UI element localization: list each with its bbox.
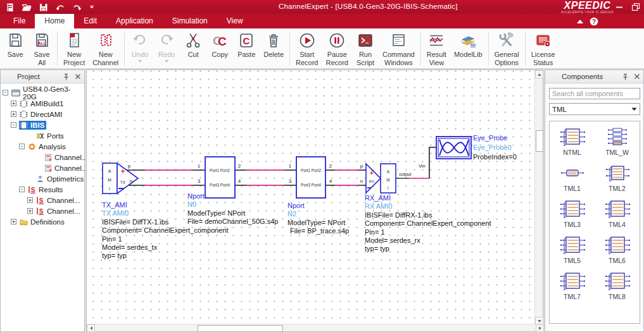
undo-dropdown-icon[interactable] <box>138 60 142 63</box>
copy-button[interactable]: CC Copy <box>206 30 233 68</box>
component-tml4[interactable]: TML4 <box>595 199 640 235</box>
tree-item-analysis[interactable]: - Analysis <box>1 141 84 152</box>
license-status-button[interactable]: License Status <box>527 30 559 68</box>
schematic-canvas[interactable]: A M I + TX Port1 Port2 Port3 Port4 Port1… <box>86 70 543 332</box>
vertical-scroll-thumb[interactable] <box>536 130 543 152</box>
probe-name[interactable]: Eye_Probe <box>473 133 517 143</box>
save-icon[interactable] <box>39 3 48 12</box>
restore-button[interactable] <box>628 0 644 14</box>
open-folder-icon[interactable] <box>22 3 32 12</box>
component-category-dropdown[interactable]: TML <box>549 103 640 115</box>
nport-n2-symbol[interactable]: Port1 Port2 Port3 Port4 <box>296 157 325 198</box>
scroll-left-button[interactable] <box>87 324 95 332</box>
qat-dropdown-icon[interactable] <box>89 5 94 9</box>
menu-simulation[interactable]: Simulation <box>163 14 217 28</box>
tree-expander[interactable]: + <box>11 219 16 224</box>
tx-ami-symbol[interactable]: A M I + TX <box>103 163 138 194</box>
cut-button[interactable]: Cut <box>180 30 206 68</box>
tree-item-optimetrics[interactable]: Optimetrics <box>1 173 84 184</box>
tree-item-ports[interactable]: Ports <box>1 130 84 141</box>
close-icon[interactable] <box>634 73 640 80</box>
save-all-button[interactable]: ALL Save All <box>28 30 55 68</box>
close-icon[interactable] <box>75 73 81 80</box>
canvas-vertical-scrollbar[interactable] <box>534 70 543 325</box>
scroll-right-button[interactable] <box>536 324 544 332</box>
tree-expander[interactable] <box>27 176 33 181</box>
component-tml1[interactable]: TML1 <box>550 163 595 199</box>
horizontal-scroll-thumb[interactable] <box>198 325 283 332</box>
n0-name[interactable]: Nport <box>187 192 278 200</box>
collapse-ribbon-icon[interactable] <box>577 20 583 24</box>
redo-button[interactable]: Redo <box>153 30 180 68</box>
general-options-button[interactable]: General Options <box>491 30 523 68</box>
pause-record-button[interactable]: Pause Record <box>322 30 352 68</box>
tree-expander[interactable]: + <box>27 208 33 214</box>
modellib-button[interactable]: ModelLib <box>450 30 486 68</box>
tree-expander[interactable]: + <box>11 101 16 106</box>
tree-expander[interactable]: + <box>27 197 33 203</box>
tree-item-definitions[interactable]: + Definitions <box>1 216 84 227</box>
tree-item-results-channel-1[interactable]: + S Channel... <box>1 195 84 206</box>
tree-expander[interactable]: - <box>11 122 16 128</box>
tree-item-directami[interactable]: + DirectAMI <box>1 109 84 120</box>
component-tml6[interactable]: TML6 <box>595 235 640 271</box>
save-button[interactable]: Save <box>2 30 28 68</box>
rx-name[interactable]: RX_AMI <box>365 194 491 202</box>
n2-instance[interactable]: N2 <box>287 210 349 218</box>
result-view-button[interactable]: Result View <box>423 30 450 68</box>
tree-expander[interactable]: - <box>3 90 8 95</box>
command-windows-button[interactable]: Command Windows <box>379 30 419 68</box>
tree-expander[interactable] <box>27 133 33 138</box>
scroll-up-button[interactable] <box>535 70 543 78</box>
redo-icon[interactable] <box>72 3 82 12</box>
tree-item-ibis[interactable]: - IBIS <box>1 120 84 130</box>
tree-expander[interactable] <box>35 165 41 171</box>
tx-param: Pin= 1 <box>102 235 229 243</box>
undo-icon[interactable] <box>55 3 65 12</box>
menu-edit[interactable]: Edit <box>74 14 106 28</box>
component-ntml[interactable]: NTML <box>550 126 595 163</box>
tree-expander[interactable]: - <box>19 144 25 149</box>
component-tml2[interactable]: TML2 <box>595 163 640 199</box>
menu-home[interactable]: Home <box>35 14 74 28</box>
rx-instance[interactable]: RX AMI0 <box>365 202 491 211</box>
delete-button[interactable]: Delete <box>260 30 287 68</box>
tree-item-results[interactable]: - S Results <box>1 184 84 195</box>
component-search-input[interactable] <box>549 88 640 99</box>
menu-file[interactable]: File <box>4 14 35 28</box>
svg-text:ALL: ALL <box>38 41 46 46</box>
tree-expander[interactable]: + <box>11 111 16 117</box>
menu-application[interactable]: Application <box>106 14 163 28</box>
probe-instance[interactable]: Eye_Probe0 <box>473 143 517 152</box>
n2-name[interactable]: Nport <box>287 202 349 210</box>
start-record-button[interactable]: Start Record <box>292 30 322 68</box>
canvas-horizontal-scrollbar[interactable] <box>87 324 544 331</box>
new-file-icon[interactable] <box>5 3 15 12</box>
run-script-button[interactable]: Run Script <box>352 30 379 68</box>
new-project-button[interactable]: New Project <box>60 30 89 68</box>
paste-button[interactable]: C Paste <box>233 30 260 68</box>
menu-view[interactable]: View <box>217 14 253 28</box>
pin-icon[interactable] <box>63 73 70 80</box>
tree-item-project-root[interactable]: - USB4.0-Gen3-20G <box>1 87 84 98</box>
tree-item-results-channel-2[interactable]: + S Channel... <box>1 206 84 216</box>
undo-button[interactable]: Undo <box>127 30 153 68</box>
help-icon[interactable]: ? <box>590 17 598 26</box>
minimize-button[interactable] <box>611 0 628 14</box>
component-tml-w[interactable]: TML_W <box>595 126 640 163</box>
component-tml8[interactable]: TML8 <box>595 271 640 307</box>
component-tml7[interactable]: TML7 <box>550 271 595 307</box>
tree-item-analysis-channel-1[interactable]: Channel... <box>1 152 84 163</box>
new-channel-button[interactable]: New Channel <box>89 30 122 68</box>
redo-dropdown-icon[interactable] <box>165 60 168 63</box>
eye-probe-symbol[interactable] <box>436 137 471 159</box>
component-tml3[interactable]: TML3 <box>550 199 595 235</box>
tree-expander[interactable] <box>35 154 41 160</box>
pin-icon[interactable] <box>622 73 629 80</box>
schematic-drawing-area[interactable]: A M I + TX Port1 Port2 Port3 Port4 Port1… <box>87 70 536 325</box>
rx-ami-symbol[interactable]: A M I + RX <box>366 164 396 193</box>
component-tml5[interactable]: TML5 <box>550 235 595 271</box>
tree-item-analysis-channel-2[interactable]: Channel... <box>1 163 84 173</box>
tree-expander[interactable]: - <box>19 187 25 192</box>
n0-instance[interactable]: N0 <box>187 200 278 209</box>
